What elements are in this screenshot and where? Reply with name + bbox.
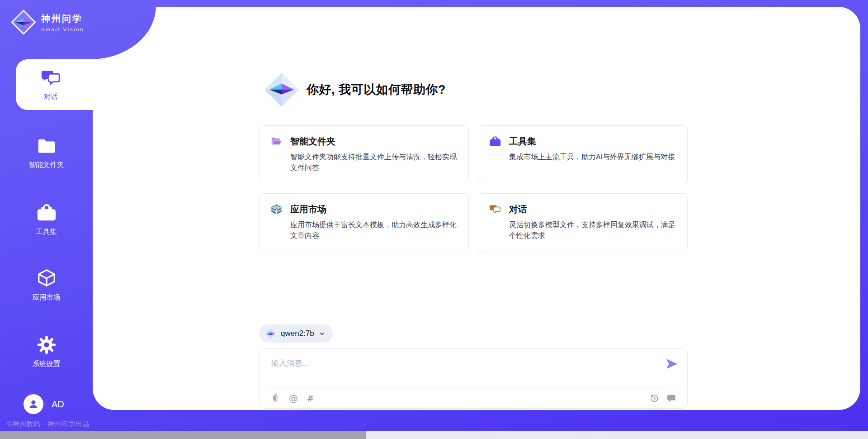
card-desc: 应用市场提供丰富长文本模板，助力高效生成多样化文章内容: [290, 220, 458, 241]
toolbox-icon: [36, 202, 57, 223]
sidebar-item-chat[interactable]: 对话: [16, 59, 98, 110]
card-title: 智能文件夹: [290, 135, 335, 148]
feature-cards: 智能文件夹 智能文件夹功能支持批量文件上传与清洗，轻松实现文件问答 工具集 集成…: [259, 125, 688, 252]
chat-bubble-button[interactable]: [666, 393, 676, 403]
sidebar-item-label: 对话: [44, 92, 58, 102]
card-smart-folder[interactable]: 智能文件夹 智能文件夹功能支持批量文件上传与清洗，轻松实现文件问答: [259, 125, 469, 184]
attachment-button[interactable]: [270, 393, 280, 403]
avatar: [24, 394, 43, 414]
greeting-text: 你好, 我可以如何帮助你?: [307, 81, 446, 98]
sidebar: 神州问学 Smart Vision 对话 智能文件夹 工具: [0, 0, 93, 439]
app-page: 你好, 我可以如何帮助你? 智能文件夹 智能文件夹功能支持批量文件上传与清洗，轻…: [0, 0, 868, 439]
model-selector[interactable]: qwen2:7b: [259, 324, 333, 343]
send-button[interactable]: [665, 358, 678, 370]
sidebar-item-smart-folder[interactable]: 智能文件夹: [0, 128, 93, 177]
toolbox-icon: [489, 135, 501, 148]
main-panel: 你好, 我可以如何帮助你? 智能文件夹 智能文件夹功能支持批量文件上传与清洗，轻…: [93, 7, 860, 410]
sidebar-item-settings[interactable]: 系统设置: [0, 327, 93, 377]
history-button[interactable]: [649, 393, 659, 403]
user-menu[interactable]: AD: [24, 394, 64, 414]
card-title: 对话: [509, 203, 527, 215]
card-desc: 灵活切换多模型文件，支持多样回复效果调试，满足个性化需求: [509, 220, 676, 241]
model-diamond-icon: [265, 328, 276, 339]
message-input[interactable]: [266, 354, 646, 382]
hashtag-button[interactable]: #: [307, 394, 314, 403]
cube-icon: [36, 268, 57, 289]
model-name: qwen2:7b: [281, 329, 314, 338]
paperclip-icon: [270, 393, 280, 403]
sidebar-item-label: 系统设置: [33, 359, 61, 369]
cube-grid-icon: [270, 203, 283, 215]
horizontal-scrollbar[interactable]: [0, 431, 868, 439]
sidebar-item-label: 应用市场: [33, 293, 61, 302]
folder-open-icon: [270, 135, 283, 148]
card-title: 工具集: [509, 135, 536, 148]
gear-icon: [36, 334, 57, 355]
user-icon: [27, 397, 40, 411]
chat-icon: [41, 67, 61, 88]
card-title: 应用市场: [290, 203, 326, 215]
hashtag-icon: #: [307, 394, 314, 403]
user-initials: AD: [52, 399, 64, 410]
copyright-text: ©神州数码 · 神州问学出品: [7, 420, 89, 429]
card-desc: 智能文件夹功能支持批量文件上传与清洗，轻松实现文件问答: [290, 152, 458, 173]
mention-button[interactable]: @: [289, 394, 298, 403]
composer-divider: [265, 387, 682, 387]
history-icon: [649, 393, 659, 403]
brand-diamond-icon: [264, 72, 300, 108]
card-app-market[interactable]: 应用市场 应用市场提供丰富长文本模板，助力高效生成多样化文章内容: [259, 193, 469, 252]
mention-icon: @: [289, 394, 298, 403]
greeting: 你好, 我可以如何帮助你?: [264, 72, 446, 108]
sidebar-item-app-market[interactable]: 应用市场: [0, 260, 93, 310]
sidebar-item-label: 工具集: [36, 227, 57, 237]
card-toolset[interactable]: 工具集 集成市场上主流工具，助力AI与外界无缝扩展与对接: [478, 125, 688, 184]
sidebar-item-toolset[interactable]: 工具集: [0, 195, 93, 244]
brand-name-zh: 神州问学: [41, 13, 84, 25]
sidebar-item-label: 智能文件夹: [29, 160, 64, 170]
folder-icon: [36, 135, 57, 156]
brand-diamond-outline-icon: [11, 10, 36, 35]
chevron-down-icon: [319, 330, 326, 337]
scrollbar-thumb[interactable]: [0, 431, 366, 439]
brand-logo: 神州问学 Smart Vision: [11, 10, 84, 35]
brand-name-en: Smart Vision: [41, 27, 84, 32]
card-chat[interactable]: 对话 灵活切换多模型文件，支持多样回复效果调试，满足个性化需求: [478, 193, 688, 252]
send-icon: [665, 358, 678, 370]
card-desc: 集成市场上主流工具，助力AI与外界无缝扩展与对接: [509, 152, 676, 162]
chat-bubble-icon: [666, 393, 676, 403]
chat-bubbles-icon: [489, 203, 501, 215]
message-composer: @ #: [259, 348, 688, 409]
